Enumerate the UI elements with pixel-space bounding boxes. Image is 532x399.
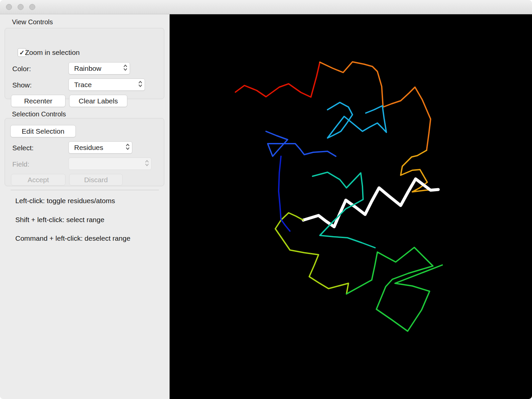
- popup-arrows-icon: [144, 159, 150, 169]
- view-controls-group: ✓ Zoom in selection Color: Rainbow Show:…: [5, 28, 164, 99]
- show-dropdown-value: Trace: [74, 81, 92, 89]
- edit-selection-button[interactable]: Edit Selection: [10, 125, 76, 137]
- color-label: Color:: [12, 65, 31, 73]
- app-window: View Controls ✓ Zoom in selection Color:…: [0, 0, 532, 399]
- title-bar: [0, 0, 532, 14]
- color-dropdown[interactable]: Rainbow: [68, 62, 130, 74]
- checkmark-icon: ✓: [19, 50, 25, 56]
- show-label: Show:: [12, 81, 32, 89]
- select-label: Select:: [12, 144, 34, 152]
- molecule-trace: [170, 14, 532, 399]
- popup-arrows-icon: [125, 143, 130, 152]
- close-button[interactable]: [6, 4, 12, 10]
- trace-segment-orange[interactable]: [320, 62, 431, 150]
- color-dropdown-value: Rainbow: [74, 65, 101, 72]
- recenter-button[interactable]: Recenter: [11, 95, 66, 107]
- show-dropdown[interactable]: Trace: [68, 78, 145, 91]
- zoom-in-selection-label: Zoom in selection: [25, 49, 80, 57]
- field-dropdown: [68, 158, 152, 170]
- selection-controls-heading: Selection Controls: [12, 110, 66, 118]
- minimize-button[interactable]: [18, 4, 24, 10]
- molecule-viewport[interactable]: [170, 14, 532, 399]
- trace-segment-red[interactable]: [235, 62, 320, 97]
- trace-segment-yellowgreen[interactable]: [275, 213, 348, 294]
- zoom-button[interactable]: [29, 4, 35, 10]
- trace-segment-gold[interactable]: [401, 150, 438, 192]
- help-divider: [11, 190, 159, 190]
- select-dropdown-value: Residues: [74, 144, 103, 152]
- discard-button: Discard: [69, 174, 123, 186]
- clear-labels-button[interactable]: Clear Labels: [69, 95, 127, 107]
- trace-segment-cyan[interactable]: [328, 102, 386, 138]
- trace-segment-selection-white[interactable]: [303, 179, 438, 227]
- select-dropdown[interactable]: Residues: [68, 141, 132, 154]
- trace-segment-green[interactable]: [346, 247, 442, 331]
- accept-button: Accept: [11, 174, 66, 186]
- help-left-click: Left-click: toggle residues/atoms: [15, 197, 115, 205]
- view-controls-heading: View Controls: [12, 18, 53, 26]
- selection-controls-group: Edit Selection Select: Residues Field:: [5, 118, 164, 186]
- help-command-click: Command + left-click: deselect range: [15, 234, 130, 242]
- trace-segment-blue[interactable]: [266, 131, 336, 156]
- popup-arrows-icon: [123, 64, 128, 73]
- trace-segment-darkblue[interactable]: [279, 156, 290, 231]
- field-label: Field:: [12, 160, 29, 168]
- popup-arrows-icon: [138, 80, 143, 89]
- control-panel: View Controls ✓ Zoom in selection Color:…: [0, 14, 170, 399]
- help-shift-click: Shift + left-click: select range: [15, 216, 104, 224]
